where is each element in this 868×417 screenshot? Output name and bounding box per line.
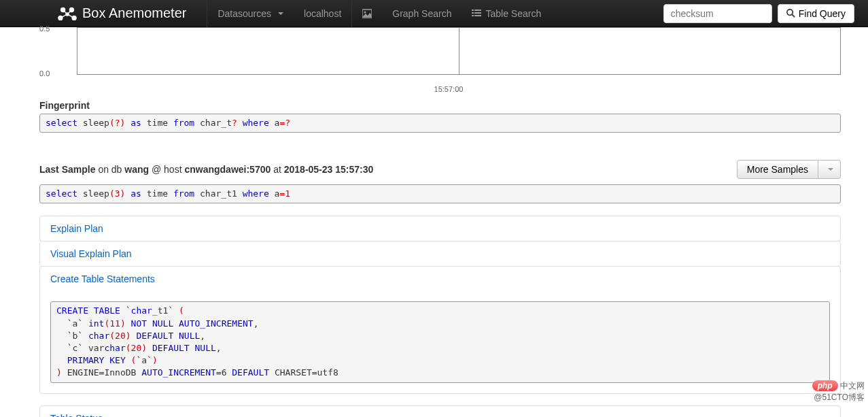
last-sample-header: Last Sample on db wang @ host cnwangdawe… xyxy=(39,160,841,179)
svg-rect-11 xyxy=(472,10,474,11)
y-tick: 0.5 xyxy=(39,24,50,33)
y-tick: 0.0 xyxy=(39,69,50,78)
panel-visual-explain-header[interactable]: Visual Explain Plan xyxy=(40,241,840,266)
panel-create-table: Create Table Statements CREATE TABLE `ch… xyxy=(39,266,841,393)
panel-table-status: Table Status xyxy=(39,405,841,418)
navbar-right: Find Query xyxy=(663,4,854,23)
chevron-down-icon xyxy=(828,168,833,171)
brand[interactable]: Box Anemometer xyxy=(58,5,186,21)
find-query-label: Find Query xyxy=(799,8,846,19)
sample-sql: select sleep(3) as time from char_t1 whe… xyxy=(39,184,841,203)
top-navbar: Box Anemometer Datasources localhost Gra… xyxy=(0,0,868,27)
watermark-badge: php xyxy=(812,380,838,391)
nav-table-search[interactable]: Table Search xyxy=(462,0,551,27)
chevron-down-icon xyxy=(278,12,283,15)
more-samples-group: More Samples xyxy=(737,160,841,179)
main-content: 0.5 0.0 15:57:00 Fingerprint select slee… xyxy=(0,27,854,417)
brand-logo-icon xyxy=(58,6,77,21)
watermark-blog: @51CTO博客 xyxy=(814,393,865,402)
nav-datasources-label: Datasources xyxy=(218,8,271,19)
panel-create-table-header[interactable]: Create Table Statements xyxy=(40,267,840,291)
watermark-cn: 中文网 xyxy=(840,381,865,390)
nav-localhost-label: localhost xyxy=(304,8,341,19)
panel-explain: Explain Plan xyxy=(39,216,841,241)
list-icon xyxy=(472,9,481,18)
panel-create-table-body: CREATE TABLE `char_t1` ( `a` int(11) NOT… xyxy=(40,291,840,393)
find-query-button[interactable]: Find Query xyxy=(778,4,854,23)
nav-graph-search-label: Graph Search xyxy=(392,8,451,19)
svg-line-18 xyxy=(792,14,795,17)
chart: 0.5 0.0 xyxy=(60,27,841,82)
watermark: php 中文网 @51CTO博客 xyxy=(812,380,865,403)
nav-image-icon-item[interactable] xyxy=(352,0,382,27)
svg-point-17 xyxy=(787,10,793,15)
svg-rect-12 xyxy=(474,10,481,11)
fingerprint-label: Fingerprint xyxy=(39,100,841,111)
search-icon xyxy=(786,9,795,18)
svg-rect-15 xyxy=(472,15,474,16)
panel-explain-header[interactable]: Explain Plan xyxy=(40,216,840,241)
more-samples-button[interactable]: More Samples xyxy=(737,160,818,179)
nav-table-search-label: Table Search xyxy=(485,8,541,19)
chart-plot-area xyxy=(77,27,841,75)
more-samples-dropdown[interactable] xyxy=(818,160,841,179)
nav-graph-search[interactable]: Graph Search xyxy=(382,0,462,27)
panel-table-status-header[interactable]: Table Status xyxy=(40,406,840,418)
svg-point-10 xyxy=(364,11,366,13)
checksum-search-input[interactable] xyxy=(663,4,772,23)
picture-icon xyxy=(362,9,372,18)
svg-rect-13 xyxy=(472,12,474,14)
nav-localhost[interactable]: localhost xyxy=(294,0,351,27)
svg-rect-14 xyxy=(474,12,481,14)
brand-text: Box Anemometer xyxy=(82,5,186,21)
svg-rect-16 xyxy=(474,15,481,16)
panel-group: Explain Plan Visual Explain Plan Create … xyxy=(39,216,841,417)
nav-datasources[interactable]: Datasources xyxy=(207,0,294,27)
x-tick: 15:57:00 xyxy=(56,85,841,93)
chart-gridline xyxy=(459,28,459,74)
last-sample-text: Last Sample on db wang @ host cnwangdawe… xyxy=(39,164,373,175)
create-table-sql: CREATE TABLE `char_t1` ( `a` int(11) NOT… xyxy=(50,301,830,382)
fingerprint-sql: select sleep(?) as time from char_t? whe… xyxy=(39,114,841,133)
panel-visual-explain: Visual Explain Plan xyxy=(39,241,841,267)
